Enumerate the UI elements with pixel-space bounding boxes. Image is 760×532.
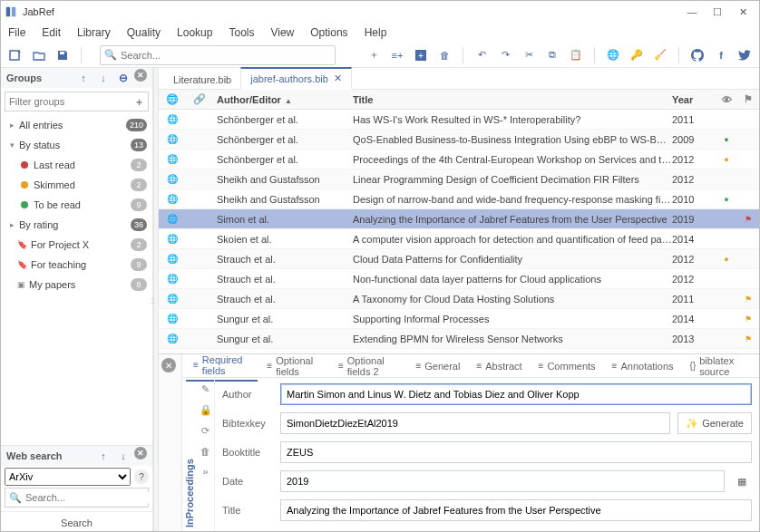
add-group-icon[interactable]: ＋ xyxy=(134,95,144,109)
group-item[interactable]: To be read9 xyxy=(1,195,152,215)
group-item[interactable]: 🔖For Project X2 xyxy=(1,235,152,255)
group-item[interactable]: ▾By status13 xyxy=(1,135,152,155)
paste-icon[interactable]: 📋 xyxy=(567,46,585,64)
editor-close-icon[interactable]: ✕ xyxy=(161,358,176,372)
editor-tab[interactable]: ≡General xyxy=(408,357,467,375)
field-input-title[interactable] xyxy=(280,499,752,521)
table-row[interactable]: 🌐Sungur et al.Extending BPMN for Wireles… xyxy=(159,329,759,349)
table-row[interactable]: 🌐Skoien et al.A computer vision approach… xyxy=(159,229,759,249)
delete-icon[interactable]: 🗑 xyxy=(435,46,453,64)
refresh-icon[interactable]: ⟳ xyxy=(201,425,209,437)
menu-tools[interactable]: Tools xyxy=(229,26,254,39)
group-item[interactable]: 🔖For teaching9 xyxy=(1,255,152,275)
menu-help[interactable]: Help xyxy=(365,26,387,39)
websearch-up-icon[interactable]: ↑ xyxy=(94,447,112,465)
tab-literature[interactable]: Literature.bib xyxy=(164,71,240,89)
menu-lookup[interactable]: Lookup xyxy=(177,26,212,39)
col-year[interactable]: Year xyxy=(672,94,716,105)
new-entry-box-icon[interactable]: + xyxy=(412,46,430,64)
groups-up-icon[interactable]: ↑ xyxy=(74,69,93,87)
group-item[interactable]: ▸All entries210 xyxy=(1,115,152,135)
editor-tab[interactable]: ≡Annotations xyxy=(605,357,681,375)
editor-tab[interactable]: {}biblatex source xyxy=(683,352,755,381)
websearch-provider-select[interactable]: ArXiv xyxy=(5,468,131,486)
websearch-searchbox[interactable]: 🔍 xyxy=(5,488,149,508)
websearch-help-icon[interactable]: ? xyxy=(134,469,149,484)
websearch-input[interactable] xyxy=(25,492,151,503)
facebook-icon[interactable]: f xyxy=(712,46,730,64)
table-row[interactable]: 🌐Simon et al.Analyzing the Importance of… xyxy=(159,209,759,229)
disclose-icon[interactable]: ▸ xyxy=(10,121,19,130)
table-row[interactable]: 🌐Schönberger et al.Has WS-I's Work Resul… xyxy=(159,110,759,130)
close-tab-icon[interactable]: ✕ xyxy=(334,73,342,84)
global-search[interactable]: 🔍 xyxy=(100,45,336,65)
table-row[interactable]: 🌐Sungur et al.Supporting Informal Proces… xyxy=(159,309,759,329)
field-input-booktitle[interactable] xyxy=(280,441,752,463)
generate-key-button[interactable]: ✨Generate xyxy=(677,412,752,434)
menu-file[interactable]: File xyxy=(8,26,25,39)
trash-icon[interactable]: 🗑 xyxy=(200,446,210,457)
save-icon[interactable] xyxy=(54,46,72,64)
groups-collapse-icon[interactable]: ⊖ xyxy=(114,69,132,87)
disclose-icon[interactable]: ▸ xyxy=(10,220,19,229)
edit-icon[interactable]: ✎ xyxy=(201,383,209,395)
minimize-button[interactable]: — xyxy=(679,3,705,21)
menu-view[interactable]: View xyxy=(270,26,294,39)
col-status2-icon[interactable]: ⚑ xyxy=(737,93,759,105)
editor-tab[interactable]: ≡Optional fields 2 xyxy=(331,352,407,381)
editor-tab[interactable]: ≡Required fields xyxy=(186,351,258,382)
table-row[interactable]: 🌐Schönberger et al.Proceedings of the 4t… xyxy=(159,150,759,169)
cut-icon[interactable]: ✂ xyxy=(520,46,538,64)
col-status1-icon[interactable]: 👁 xyxy=(716,94,737,105)
field-input-bibtexkey[interactable] xyxy=(280,412,670,434)
menu-quality[interactable]: Quality xyxy=(127,26,161,39)
table-row[interactable]: 🌐Strauch et al.Non-functional data layer… xyxy=(159,269,759,289)
redo-icon[interactable]: ↷ xyxy=(496,46,514,64)
cleanup-icon[interactable]: 🧹 xyxy=(651,46,669,64)
table-row[interactable]: 🌐Sheikh and GustafssonDesign of narrow-b… xyxy=(159,189,759,209)
disclose-icon[interactable]: ▾ xyxy=(10,140,19,150)
col-attach-icon[interactable]: 🔗 xyxy=(186,93,213,105)
table-row[interactable]: 🌐Strauch et al.A Taxonomy for Cloud Data… xyxy=(159,289,759,309)
field-input-date[interactable] xyxy=(280,470,725,492)
editor-tab[interactable]: ≡Comments xyxy=(531,357,603,375)
github-icon[interactable] xyxy=(688,46,706,64)
group-item[interactable]: Skimmed2 xyxy=(1,175,152,195)
col-entrytype-icon[interactable]: 🌐 xyxy=(159,93,186,105)
websearch-down-icon[interactable]: ↓ xyxy=(114,447,132,465)
generate-key-icon[interactable]: 🔑 xyxy=(628,46,646,64)
menu-edit[interactable]: Edit xyxy=(42,26,61,39)
menu-library[interactable]: Library xyxy=(77,26,111,39)
new-entry-icon[interactable]: ＋ xyxy=(365,46,383,64)
push-extern-icon[interactable]: 🌐 xyxy=(604,46,622,64)
copy-icon[interactable]: ⧉ xyxy=(543,46,561,64)
twitter-icon[interactable] xyxy=(736,46,754,64)
col-title[interactable]: Title xyxy=(349,94,672,105)
table-row[interactable]: 🌐Sheikh and GustafssonLinear Programming… xyxy=(159,169,759,189)
new-entry-type-icon[interactable]: ≡+ xyxy=(388,46,406,64)
filter-groups[interactable]: ＋ xyxy=(5,92,149,111)
col-author[interactable]: Author/Editor▲ xyxy=(213,94,349,105)
field-input-author[interactable] xyxy=(280,383,752,405)
maximize-button[interactable]: ☐ xyxy=(705,3,730,21)
editor-tab[interactable]: ≡Optional fields xyxy=(259,352,329,381)
editor-tab[interactable]: ≡Abstract xyxy=(469,357,529,375)
more-icon[interactable]: » xyxy=(202,466,208,477)
entry-type-label[interactable]: InProceedings xyxy=(182,378,197,532)
websearch-button[interactable]: Search xyxy=(1,511,152,532)
lock-icon[interactable]: 🔒 xyxy=(200,404,212,416)
tab-jabref-authors[interactable]: jabref-authors.bib✕ xyxy=(240,67,352,90)
close-window-button[interactable]: ✕ xyxy=(730,3,755,21)
websearch-close-icon[interactable]: ✕ xyxy=(134,447,147,459)
calendar-icon[interactable]: ▦ xyxy=(732,476,752,488)
group-item[interactable]: ▸By rating36 xyxy=(1,215,152,235)
group-item[interactable]: Last read2 xyxy=(1,155,152,175)
table-row[interactable]: 🌐Schönberger et al.QoS-Enabled Business-… xyxy=(159,130,759,150)
table-row[interactable]: 🌐Strauch et al.Cloud Data Patterns for C… xyxy=(159,249,759,269)
filter-groups-input[interactable] xyxy=(9,96,134,107)
new-library-icon[interactable]: + xyxy=(6,46,24,64)
groups-close-icon[interactable]: ✕ xyxy=(134,69,147,82)
undo-icon[interactable]: ↶ xyxy=(473,46,491,64)
group-item[interactable]: ▣My papers8 xyxy=(1,275,152,295)
menu-options[interactable]: Options xyxy=(310,26,347,39)
